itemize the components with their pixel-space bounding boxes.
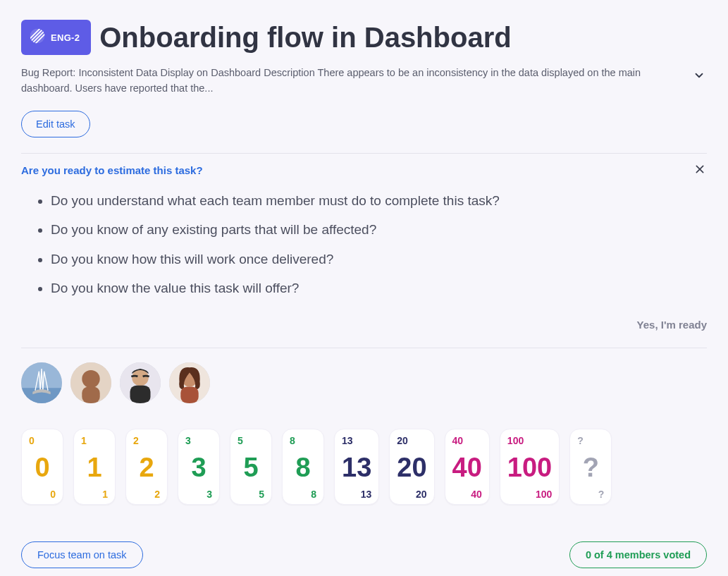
card-bottom-label: ?	[577, 489, 604, 500]
card-main-label: 8	[290, 446, 316, 489]
estimate-card-2[interactable]: 222	[125, 429, 168, 505]
card-bottom-label: 20	[397, 489, 426, 500]
vote-status-badge: 0 of 4 members voted	[569, 541, 707, 568]
avatar[interactable]	[169, 362, 210, 403]
card-bottom-label: 1	[81, 489, 108, 500]
card-main-label: 1	[81, 446, 108, 489]
card-top-label: 2	[133, 435, 160, 446]
card-main-label: 2	[133, 446, 160, 489]
edit-task-button[interactable]: Edit task	[21, 111, 90, 137]
close-icon	[694, 164, 705, 178]
card-bottom-label: 100	[507, 489, 552, 500]
linear-icon	[30, 28, 45, 47]
yes-ready-button[interactable]: Yes, I'm ready	[637, 319, 707, 331]
estimate-card-?[interactable]: ???	[569, 429, 612, 505]
estimate-card-100[interactable]: 100100100	[500, 429, 560, 505]
estimate-card-1[interactable]: 111	[73, 429, 116, 505]
card-bottom-label: 40	[452, 489, 482, 500]
card-bottom-label: 5	[237, 489, 264, 500]
estimate-cards: 0001112223335558881313132020204040401001…	[21, 429, 707, 505]
card-bottom-label: 3	[185, 489, 212, 500]
card-main-label: 5	[237, 446, 264, 489]
card-top-label: 20	[397, 435, 426, 446]
card-top-label: 0	[29, 435, 56, 446]
expand-description-button[interactable]	[691, 69, 707, 85]
card-main-label: 40	[452, 446, 482, 489]
card-main-label: 20	[397, 446, 426, 489]
estimate-card-5[interactable]: 555	[230, 429, 272, 505]
card-main-label: ?	[577, 446, 604, 489]
svg-rect-12	[82, 386, 99, 403]
card-top-label: 1	[81, 435, 108, 446]
estimate-card-0[interactable]: 000	[21, 429, 63, 505]
card-top-label: 40	[452, 435, 482, 446]
card-main-label: 100	[507, 446, 552, 489]
card-main-label: 3	[185, 446, 212, 489]
ready-prompt: Are you ready to estimate this task?	[21, 164, 203, 176]
project-badge-label: ENG-2	[51, 32, 80, 43]
ready-question: Do you know how this will work once deli…	[51, 249, 707, 269]
estimate-card-8[interactable]: 888	[282, 429, 324, 505]
card-bottom-label: 8	[290, 489, 316, 500]
estimate-card-13[interactable]: 131313	[334, 429, 379, 505]
chevron-down-icon	[693, 69, 705, 85]
card-bottom-label: 0	[29, 489, 56, 500]
card-bottom-label: 13	[342, 489, 371, 500]
task-title: Onboarding flow in Dashboard	[99, 22, 511, 53]
dismiss-ready-button[interactable]	[693, 164, 707, 178]
ready-questions: Do you understand what each team member …	[21, 190, 707, 299]
estimate-card-3[interactable]: 333	[178, 429, 220, 505]
ready-question: Do you know of any existing parts that w…	[51, 219, 707, 240]
estimate-card-20[interactable]: 202020	[389, 429, 434, 505]
team-avatars	[21, 362, 707, 403]
card-top-label: 3	[185, 435, 212, 446]
card-main-label: 0	[29, 446, 56, 489]
card-top-label: 5	[237, 435, 264, 446]
project-badge: ENG-2	[21, 20, 91, 55]
avatar[interactable]	[120, 362, 161, 403]
svg-rect-18	[180, 386, 198, 403]
divider	[21, 348, 707, 348]
ready-question: Do you understand what each team member …	[51, 190, 707, 211]
card-top-label: 13	[342, 435, 371, 446]
estimate-card-40[interactable]: 404040	[445, 429, 490, 505]
ready-question: Do you know the value this task will off…	[51, 278, 707, 298]
divider	[21, 153, 707, 154]
card-top-label: 8	[290, 435, 316, 446]
card-main-label: 13	[342, 446, 371, 489]
svg-rect-15	[130, 385, 151, 403]
card-top-label: ?	[577, 435, 604, 446]
avatar[interactable]	[70, 362, 111, 403]
svg-point-11	[82, 370, 99, 388]
avatar[interactable]	[21, 362, 62, 403]
focus-team-button[interactable]: Focus team on task	[21, 541, 143, 568]
task-description: Bug Report: Inconsistent Data Display on…	[21, 65, 670, 97]
card-bottom-label: 2	[133, 489, 160, 500]
task-header: ENG-2 Onboarding flow in Dashboard	[21, 20, 707, 55]
card-top-label: 100	[507, 435, 552, 446]
